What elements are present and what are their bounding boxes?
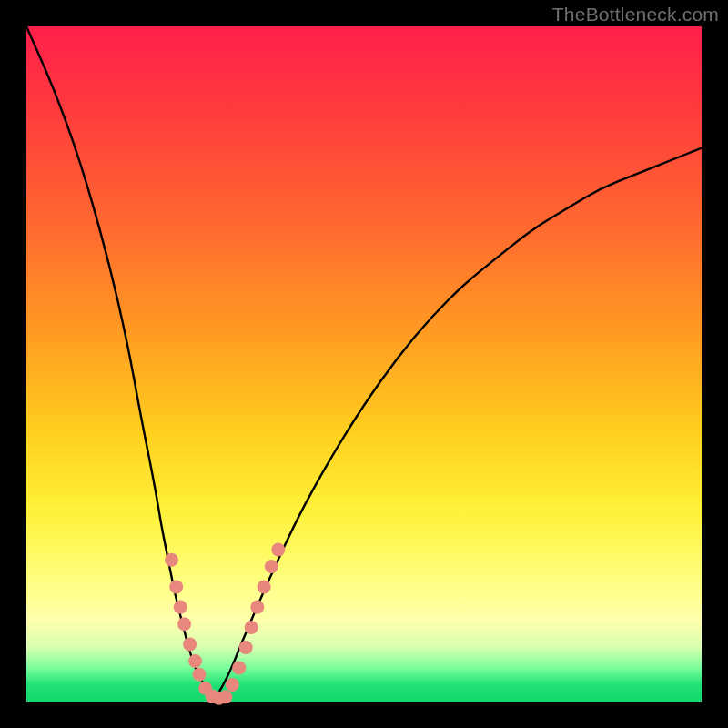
marker-dot: [174, 601, 187, 614]
plot-area: [26, 26, 702, 702]
marker-dot: [271, 543, 285, 557]
marker-dot: [177, 617, 191, 631]
marker-dot: [183, 637, 197, 651]
marker-dot: [218, 690, 232, 703]
marker-dot: [169, 580, 183, 593]
marker-dot: [239, 641, 253, 654]
left-curve: [26, 26, 216, 698]
marker-dot: [226, 678, 239, 692]
curves-layer: [26, 26, 702, 702]
right-curve: [216, 148, 702, 699]
marker-dot: [232, 661, 246, 674]
marker-dot: [265, 560, 278, 573]
marker-dot: [250, 601, 264, 614]
marker-dot: [193, 668, 207, 682]
marker-dot: [245, 621, 258, 634]
marker-dot: [258, 580, 271, 593]
marker-dot: [188, 654, 202, 668]
marker-dot: [165, 553, 178, 567]
watermark-text: TheBottleneck.com: [552, 4, 719, 25]
chart-frame: TheBottleneck.com: [0, 0, 728, 728]
